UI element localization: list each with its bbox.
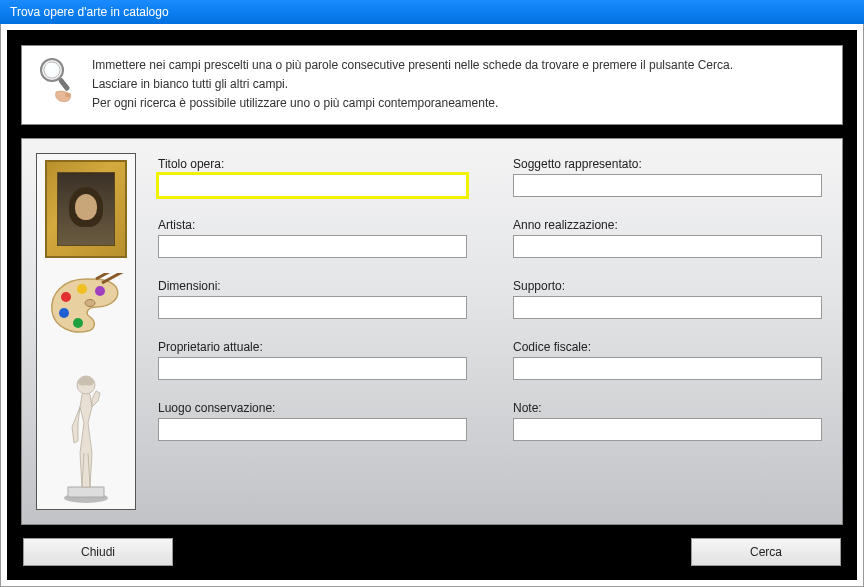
field-anno: Anno realizzazione: xyxy=(513,218,822,258)
field-artista: Artista: xyxy=(158,218,467,258)
painting-icon xyxy=(45,160,127,258)
input-titolo-opera[interactable] xyxy=(158,174,467,197)
svg-point-8 xyxy=(77,284,87,294)
field-proprietario: Proprietario attuale: xyxy=(158,340,467,380)
statue-icon xyxy=(56,353,116,503)
close-button[interactable]: Chiudi xyxy=(23,538,173,566)
label-artista: Artista: xyxy=(158,218,467,232)
input-soggetto[interactable] xyxy=(513,174,822,197)
label-titolo-opera: Titolo opera: xyxy=(158,157,467,171)
field-codice-fiscale: Codice fiscale: xyxy=(513,340,822,380)
input-anno[interactable] xyxy=(513,235,822,258)
input-luogo[interactable] xyxy=(158,418,467,441)
svg-point-5 xyxy=(61,292,71,302)
art-sidebar xyxy=(36,153,136,510)
palette-icon xyxy=(46,273,126,337)
button-bar: Chiudi Cerca xyxy=(21,538,843,566)
input-note[interactable] xyxy=(513,418,822,441)
input-supporto[interactable] xyxy=(513,296,822,319)
input-proprietario[interactable] xyxy=(158,357,467,380)
svg-point-9 xyxy=(95,286,105,296)
help-line-3: Per ogni ricerca è possibile utilizzare … xyxy=(92,94,733,113)
form-grid: Titolo opera: Soggetto rappresentato: Ar… xyxy=(158,153,822,510)
search-form-area: Titolo opera: Soggetto rappresentato: Ar… xyxy=(21,138,843,525)
input-artista[interactable] xyxy=(158,235,467,258)
field-luogo: Luogo conservazione: xyxy=(158,401,467,441)
label-anno: Anno realizzazione: xyxy=(513,218,822,232)
field-titolo-opera: Titolo opera: xyxy=(158,157,467,197)
input-dimensioni[interactable] xyxy=(158,296,467,319)
svg-point-4 xyxy=(65,93,71,97)
field-note: Note: xyxy=(513,401,822,441)
label-codice-fiscale: Codice fiscale: xyxy=(513,340,822,354)
label-proprietario: Proprietario attuale: xyxy=(158,340,467,354)
label-soggetto: Soggetto rappresentato: xyxy=(513,157,822,171)
outer-frame: Immettere nei campi prescelti una o più … xyxy=(0,24,864,587)
label-luogo: Luogo conservazione: xyxy=(158,401,467,415)
field-soggetto: Soggetto rappresentato: xyxy=(513,157,822,197)
svg-rect-14 xyxy=(68,487,104,497)
svg-point-6 xyxy=(59,308,69,318)
help-box: Immettere nei campi prescelti una o più … xyxy=(21,45,843,125)
help-line-1: Immettere nei campi prescelti una o più … xyxy=(92,56,733,75)
input-codice-fiscale[interactable] xyxy=(513,357,822,380)
svg-point-2 xyxy=(46,63,52,71)
titlebar: Trova opere d'arte in catalogo xyxy=(0,0,864,24)
svg-point-7 xyxy=(73,318,83,328)
label-dimensioni: Dimensioni: xyxy=(158,279,467,293)
dialog-body: Immettere nei campi prescelti una o più … xyxy=(7,30,857,580)
svg-rect-3 xyxy=(58,77,71,91)
label-supporto: Supporto: xyxy=(513,279,822,293)
search-button[interactable]: Cerca xyxy=(691,538,841,566)
label-note: Note: xyxy=(513,401,822,415)
svg-point-10 xyxy=(85,300,95,307)
magnifier-icon xyxy=(36,56,74,104)
svg-point-1 xyxy=(44,62,60,78)
help-line-2: Lasciare in bianco tutti gli altri campi… xyxy=(92,75,733,94)
help-text: Immettere nei campi prescelti una o più … xyxy=(92,56,733,114)
field-supporto: Supporto: xyxy=(513,279,822,319)
window-title: Trova opere d'arte in catalogo xyxy=(10,5,169,19)
field-dimensioni: Dimensioni: xyxy=(158,279,467,319)
